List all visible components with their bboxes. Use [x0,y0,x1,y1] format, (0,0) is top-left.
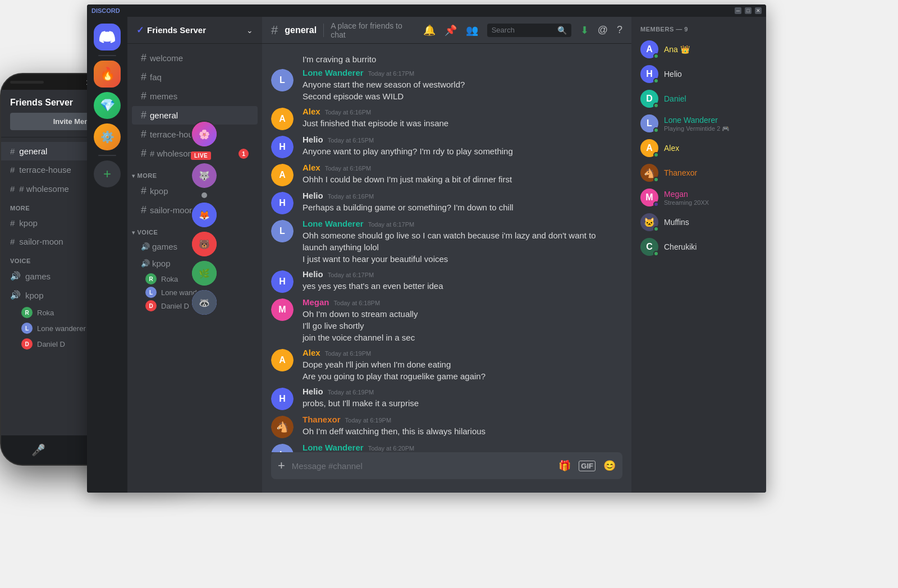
member-muffins[interactable]: 🐱 Muffins [636,210,762,235]
message-timestamp: Today at 6:16PM [325,165,372,172]
message-helio-4: H Helio Today at 6:19PM probs, but I'll … [262,384,631,412]
member-daniel[interactable]: D Daniel [636,86,762,111]
message-timestamp: Today at 6:19PM [328,389,374,396]
message-author: Lone Wanderer [303,68,364,77]
side-avatar-1: 🌸 [191,121,218,148]
member-megan[interactable]: M Megan Streaming 20XX [636,185,762,210]
channel-welcome[interactable]: # welcome [132,49,258,67]
download-icon[interactable]: ⬇ [580,24,589,36]
add-server-button[interactable]: + [94,160,121,187]
message-content: Helio Today at 6:15PM Anyone want to pla… [303,135,622,157]
member-cherukiki[interactable]: C Cherukiki [636,235,762,259]
channel-faq[interactable]: # faq [132,68,258,86]
search-icon[interactable]: 🔍 [557,26,567,35]
message-content: Lone Wanderer Today at 6:17PM Anyone sta… [303,68,622,102]
message-header: Helio Today at 6:19PM [303,387,622,396]
message-header: Thanexor Today at 6:19PM [303,415,622,424]
message-timestamp: Today at 6:19PM [345,417,392,424]
side-avatar-5: 🌿 [191,260,218,287]
message-content: Megan Today at 6:18PM Oh I'm down to str… [303,297,622,343]
message-author: Alex [303,348,320,357]
side-avatar-strip: 🌸 LIVE 🐺 🦊 🐻 🌿 🦝 [191,121,218,316]
avatar-alex: A [271,108,294,130]
message-author: Lone Wanderer [303,443,364,452]
speaker-icon: 🔊 [10,271,21,281]
status-indicator [653,226,659,232]
maximize-button[interactable]: □ [745,7,752,14]
user-avatar: R [145,273,157,284]
member-helio[interactable]: H Helio [636,62,762,86]
verified-icon: ✓ [136,25,144,35]
members-icon[interactable]: 👥 [466,24,478,36]
message-author: Lone Wanderer [303,219,364,228]
pin-icon[interactable]: 📌 [445,24,457,36]
bell-icon[interactable]: 🔔 [423,24,436,36]
hash-icon: # [141,185,146,197]
app-title: DISCORD [91,7,120,14]
avatar-helio: H [271,136,294,158]
help-icon[interactable]: ? [617,24,622,36]
add-attachment-button[interactable]: + [278,452,285,479]
messages-container: I'm craving a burrito L Lone Wanderer To… [262,44,631,452]
member-name: Thanexor [664,168,697,177]
member-alex[interactable]: A Alex [636,136,762,160]
message-author: Megan [303,297,329,307]
minimize-button[interactable]: ─ [735,7,741,14]
member-info: Megan Streaming 20XX [664,189,757,206]
gaming-server-icon[interactable]: ⚙️ [94,123,121,150]
gif-icon[interactable]: GIF [579,461,595,471]
hash-icon: # [141,90,146,102]
message-author: Alex [303,107,320,116]
search-box[interactable]: Search 🔍 [487,24,571,37]
phone-mic-icon[interactable]: 🎤 [31,443,45,457]
side-avatar-2: 🐺 [191,162,218,189]
server-header[interactable]: ✓ Friends Server ⌄ [127,17,262,44]
hash-icon: # [141,71,146,83]
message-header: Megan Today at 6:18PM [303,297,622,307]
avatar-helio: H [271,270,294,293]
title-bar-left: DISCORD [91,7,120,14]
message-author: Helio [303,191,323,200]
message-input[interactable] [292,455,552,477]
message-content: Lone Wanderer Today at 6:17PM Ohh someon… [303,219,622,265]
discord-home-icon[interactable] [94,24,121,50]
member-ana[interactable]: A Ana 👑 [636,37,762,62]
message-timestamp: Today at 6:16PM [325,109,372,116]
message-header: Lone Wanderer Today at 6:17PM [303,68,622,77]
hash-icon: # [141,52,146,64]
chat-header-icons: 🔔 📌 👥 Search 🔍 ⬇ @ ? [423,24,622,37]
close-button[interactable]: ✕ [755,7,762,14]
friends-server-icon[interactable]: 🔥 [94,61,121,88]
sims-server-icon[interactable]: 💎 [94,92,121,119]
message-header: Lone Wanderer Today at 6:17PM [303,219,622,228]
message-content: Alex Today at 6:16PM Ohhh I could be dow… [303,163,622,185]
status-indicator [653,78,659,84]
channel-memes[interactable]: # memes [132,87,258,105]
gift-icon[interactable]: 🎁 [558,460,571,472]
message-content: Thanexor Today at 6:19PM Oh I'm deff wat… [303,415,622,437]
message-helio-1: H Helio Today at 6:15PM Anyone want to p… [262,132,631,160]
message-alex-1: A Alex Today at 6:16PM Just finished tha… [262,104,631,132]
message-header: Helio Today at 6:15PM [303,135,622,144]
message-alex-3: A Alex Today at 6:19PM Dope yeah I'll jo… [262,346,631,384]
search-placeholder: Search [492,26,554,34]
member-avatar: A [640,40,658,58]
hash-icon: # [10,146,15,156]
avatar-lone-wanderer: L [271,220,294,242]
member-lone-wanderer[interactable]: L Lone Wanderer Playing Vermintide 2 🎮 [636,111,762,136]
header-divider [323,24,324,37]
window-controls: ─ □ ✕ [735,7,762,14]
message-helio-2: H Helio Today at 6:16PM Perhaps a buildi… [262,189,631,217]
mention-icon[interactable]: @ [598,24,608,36]
message-header: Alex Today at 6:19PM [303,348,622,357]
emoji-icon[interactable]: 😊 [603,460,616,472]
member-activity: Streaming 20XX [664,199,757,206]
member-name: Cherukiki [664,242,697,251]
message-header: Lone Wanderer Today at 6:20PM [303,443,622,452]
member-name: Ana 👑 [664,45,690,54]
live-badge: LIVE [191,151,211,160]
member-avatar: 🐱 [640,213,658,231]
status-indicator [653,152,659,158]
member-thanexor[interactable]: 🐴 Thanexor [636,160,762,185]
mobile-user-avatar: D [21,338,33,350]
